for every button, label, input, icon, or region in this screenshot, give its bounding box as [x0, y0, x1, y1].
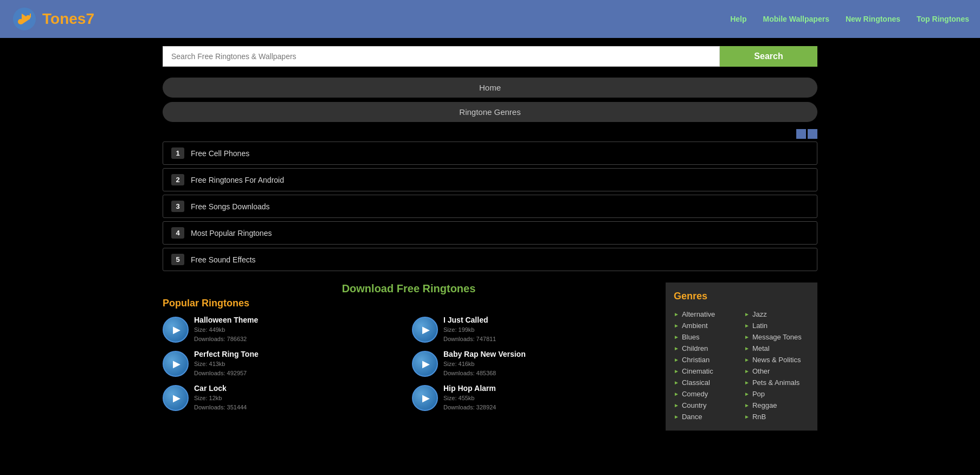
- ringtone-downloads-0: Downloads: 786632: [194, 335, 405, 344]
- genre-children[interactable]: ► Children: [674, 343, 739, 354]
- section-title: Download Free Ringtones: [163, 283, 655, 295]
- genre-alternative[interactable]: ► Alternative: [674, 309, 739, 320]
- genre-ambient[interactable]: ► Ambient: [674, 320, 739, 331]
- num-label-2: Free Ringtones For Android: [191, 176, 284, 184]
- ringtone-name-1: I Just Called: [443, 316, 655, 324]
- genre-label-pop: Pop: [752, 390, 765, 398]
- genre-news-politics[interactable]: ► News & Politics: [744, 354, 809, 365]
- genre-country[interactable]: ► Country: [674, 400, 739, 411]
- carousel-controls: [0, 129, 980, 142]
- genre-arrow-alternative: ►: [674, 311, 679, 317]
- svg-point-2: [26, 15, 30, 20]
- genre-arrow-country: ►: [674, 402, 679, 408]
- numbered-item-1[interactable]: 1 Free Cell Phones: [163, 142, 817, 165]
- svg-point-1: [18, 19, 23, 24]
- genre-label-alternative: Alternative: [682, 310, 715, 318]
- genre-label-news-politics: News & Politics: [752, 356, 801, 364]
- ringtone-info-0: Halloween Theme Size: 449kb Downloads: 7…: [194, 316, 405, 343]
- genres-grid: ► Alternative ► Ambient ► Blues ► Childr…: [674, 309, 809, 422]
- numbered-item-3[interactable]: 3 Free Songs Downloads: [163, 195, 817, 218]
- ringtone-downloads-4: Downloads: 351444: [194, 403, 405, 412]
- play-icon-3: ▶: [422, 358, 430, 370]
- ringtone-size-1: Size: 199kb: [443, 325, 655, 335]
- carousel-next-btn[interactable]: [808, 129, 817, 139]
- ringtone-size-4: Size: 12kb: [194, 394, 405, 403]
- genre-christian[interactable]: ► Christian: [674, 354, 739, 365]
- play-btn-3[interactable]: ▶: [412, 351, 438, 377]
- carousel-prev-btn[interactable]: [796, 129, 806, 139]
- search-button[interactable]: Search: [720, 46, 817, 67]
- nav-mobile-wallpapers[interactable]: Mobile Wallpapers: [763, 15, 829, 23]
- ringtone-item-4: ▶ Car Lock Size: 12kb Downloads: 351444: [163, 384, 405, 412]
- genre-metal[interactable]: ► Metal: [744, 343, 809, 354]
- genre-cinematic[interactable]: ► Cinematic: [674, 365, 739, 377]
- search-input[interactable]: [163, 46, 720, 67]
- ringtone-downloads-1: Downloads: 747811: [443, 335, 655, 344]
- nav-top-ringtones[interactable]: Top Ringtones: [917, 15, 969, 23]
- ringtone-downloads-5: Downloads: 328924: [443, 403, 655, 412]
- ringtone-name-0: Halloween Theme: [194, 316, 405, 324]
- genre-label-ambient: Ambient: [682, 322, 708, 330]
- num-label-4: Most Popular Ringtones: [191, 229, 272, 238]
- nav-help[interactable]: Help: [730, 15, 746, 23]
- search-section: Search: [0, 38, 980, 75]
- num-badge-3: 3: [171, 201, 184, 212]
- play-icon-4: ▶: [173, 392, 180, 404]
- genre-rnb[interactable]: ► RnB: [744, 411, 809, 422]
- ringtone-info-1: I Just Called Size: 199kb Downloads: 747…: [443, 316, 655, 343]
- genre-other[interactable]: ► Other: [744, 365, 809, 377]
- genre-comedy[interactable]: ► Comedy: [674, 388, 739, 400]
- logo-icon: [11, 5, 38, 33]
- nav-new-ringtones[interactable]: New Ringtones: [846, 15, 900, 23]
- genre-message-tones[interactable]: ► Message Tones: [744, 331, 809, 343]
- genre-arrow-comedy: ►: [674, 391, 679, 397]
- play-btn-1[interactable]: ▶: [412, 317, 438, 343]
- popular-title: Popular Ringtones: [163, 298, 655, 309]
- nav-pill-home[interactable]: Home: [163, 78, 817, 98]
- genre-label-pets-animals: Pets & Animals: [752, 378, 800, 387]
- genre-arrow-message-tones: ►: [744, 334, 750, 340]
- ringtone-downloads-3: Downloads: 485368: [443, 369, 655, 378]
- genre-arrow-latin: ►: [744, 323, 750, 329]
- nav-pill-genres[interactable]: Ringtone Genres: [163, 102, 817, 122]
- numbered-item-4[interactable]: 4 Most Popular Ringtones: [163, 221, 817, 245]
- genre-label-children: Children: [682, 344, 708, 352]
- play-icon-2: ▶: [173, 358, 180, 370]
- genre-pop[interactable]: ► Pop: [744, 388, 809, 400]
- genre-arrow-other: ►: [744, 368, 750, 374]
- ringtone-size-2: Size: 413kb: [194, 360, 405, 369]
- nav-pills: Home Ringtone Genres: [0, 75, 980, 129]
- genre-label-reggae: Reggae: [752, 401, 777, 409]
- num-badge-4: 4: [171, 227, 184, 239]
- genre-latin[interactable]: ► Latin: [744, 320, 809, 331]
- genre-label-comedy: Comedy: [682, 390, 708, 398]
- genre-label-other: Other: [752, 367, 770, 375]
- numbered-item-2[interactable]: 2 Free Ringtones For Android: [163, 168, 817, 191]
- genre-label-jazz: Jazz: [752, 310, 767, 318]
- genre-arrow-jazz: ►: [744, 311, 750, 317]
- play-btn-5[interactable]: ▶: [412, 385, 438, 411]
- genre-arrow-dance: ►: [674, 414, 679, 420]
- ringtone-item-0: ▶ Halloween Theme Size: 449kb Downloads:…: [163, 316, 405, 343]
- genre-label-message-tones: Message Tones: [752, 333, 802, 341]
- genre-arrow-ambient: ►: [674, 323, 679, 329]
- genre-jazz[interactable]: ► Jazz: [744, 309, 809, 320]
- genre-arrow-christian: ►: [674, 357, 679, 363]
- play-btn-2[interactable]: ▶: [163, 351, 189, 377]
- ringtone-item-5: ▶ Hip Hop Alarm Size: 455kb Downloads: 3…: [412, 384, 655, 412]
- ringtone-info-5: Hip Hop Alarm Size: 455kb Downloads: 328…: [443, 384, 655, 412]
- genre-classical[interactable]: ► Classical: [674, 377, 739, 388]
- ringtone-size-0: Size: 449kb: [194, 325, 405, 335]
- play-btn-0[interactable]: ▶: [163, 317, 189, 343]
- genre-reggae[interactable]: ► Reggae: [744, 400, 809, 411]
- genres-panel: Genres ► Alternative ► Ambient ► Blues ►…: [666, 283, 817, 431]
- genre-dance[interactable]: ► Dance: [674, 411, 739, 422]
- play-icon-1: ▶: [422, 324, 430, 336]
- genre-blues[interactable]: ► Blues: [674, 331, 739, 343]
- ringtone-item-2: ▶ Perfect Ring Tone Size: 413kb Download…: [163, 350, 405, 377]
- genre-pets-animals[interactable]: ► Pets & Animals: [744, 377, 809, 388]
- numbered-item-5[interactable]: 5 Free Sound Effects: [163, 248, 817, 271]
- num-label-3: Free Songs Downloads: [191, 202, 270, 211]
- play-btn-4[interactable]: ▶: [163, 385, 189, 411]
- ringtone-item-3: ▶ Baby Rap New Version Size: 416kb Downl…: [412, 350, 655, 377]
